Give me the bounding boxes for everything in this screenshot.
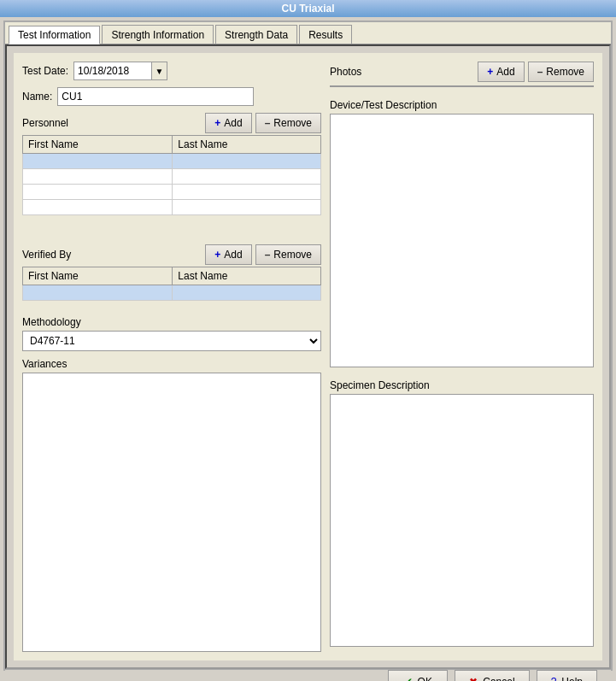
ok-icon: ✔ — [404, 676, 413, 681]
device-test-label: Device/Test Description — [330, 99, 594, 111]
photos-header: Photos + Add – Remove — [330, 62, 594, 82]
photos-section: Photos + Add – Remove — [330, 62, 594, 87]
verified-table-wrap[interactable]: First Name Last Name — [22, 267, 321, 309]
personnel-header: Personnel + Add – Remove — [22, 113, 321, 133]
table-row[interactable] — [23, 169, 321, 185]
methodology-label: Methodology — [22, 316, 321, 328]
photos-label: Photos — [330, 66, 361, 78]
tab-results[interactable]: Results — [299, 25, 352, 44]
plus-icon: + — [487, 66, 493, 78]
ok-label: OK — [418, 676, 432, 681]
tab-strength-information[interactable]: Strength Information — [102, 25, 214, 44]
personnel-col-firstname: First Name — [23, 136, 173, 154]
personnel-firstname-cell[interactable] — [23, 185, 173, 200]
verified-by-label: Verified By — [22, 249, 71, 261]
specimen-desc-textarea[interactable] — [330, 394, 594, 648]
help-label: Help — [561, 676, 583, 681]
right-panel: Photos + Add – Remove — [330, 62, 594, 652]
footer-bar: ✔ OK ✖ Cancel ? Help — [5, 669, 611, 681]
photos-add-button[interactable]: + Add — [478, 62, 524, 82]
specimen-desc-section: Specimen Description — [330, 379, 594, 648]
photos-remove-button[interactable]: – Remove — [528, 62, 594, 82]
verified-lastname-cell[interactable] — [173, 285, 321, 301]
methodology-section: Methodology D4767-11 — [22, 316, 321, 351]
personnel-lastname-cell[interactable] — [173, 200, 321, 215]
photos-content-area — [330, 85, 594, 87]
plus-icon: + — [214, 249, 220, 261]
verified-firstname-cell[interactable] — [23, 285, 173, 301]
help-button[interactable]: ? Help — [537, 670, 597, 681]
verified-by-header: Verified By + Add – Remove — [22, 244, 321, 265]
content-area: Test Date: ▼ Name: Personnel — [14, 53, 602, 660]
personnel-label: Personnel — [22, 117, 68, 129]
verified-table: First Name Last Name — [22, 267, 321, 301]
minus-icon: – — [265, 249, 271, 261]
minus-icon: – — [265, 117, 271, 129]
variances-section: Variances — [22, 358, 321, 652]
title-bar: CU Triaxial — [0, 0, 616, 17]
minus-icon: – — [537, 66, 543, 78]
table-row[interactable] — [23, 285, 321, 301]
verified-col-firstname: First Name — [23, 267, 173, 285]
table-row[interactable] — [23, 185, 321, 200]
tab-strength-data[interactable]: Strength Data — [215, 25, 297, 44]
left-panel: Test Date: ▼ Name: Personnel — [22, 62, 321, 652]
test-date-input-wrap[interactable]: ▼ — [73, 62, 167, 80]
photos-btn-group: + Add – Remove — [478, 62, 594, 82]
personnel-col-lastname: Last Name — [173, 136, 321, 154]
device-test-section: Device/Test Description — [330, 99, 594, 367]
personnel-lastname-cell[interactable] — [173, 154, 321, 169]
cancel-icon: ✖ — [469, 676, 478, 681]
verified-col-lastname: Last Name — [173, 267, 321, 285]
main-panel: Test Date: ▼ Name: Personnel — [5, 44, 611, 669]
device-test-textarea[interactable] — [330, 114, 594, 367]
personnel-add-button[interactable]: + Add — [205, 113, 251, 133]
verified-btn-group: + Add – Remove — [205, 244, 321, 265]
personnel-firstname-cell[interactable] — [23, 200, 173, 215]
variances-label: Variances — [22, 358, 321, 370]
personnel-lastname-cell[interactable] — [173, 169, 321, 185]
personnel-firstname-cell[interactable] — [23, 154, 173, 169]
personnel-table-wrap[interactable]: First Name Last Name — [22, 135, 321, 238]
cancel-button[interactable]: ✖ Cancel — [455, 670, 529, 681]
tab-test-information[interactable]: Test Information — [9, 26, 100, 44]
window-title: CU Triaxial — [281, 3, 334, 15]
personnel-section: Personnel + Add – Remove — [22, 113, 321, 238]
personnel-lastname-cell[interactable] — [173, 185, 321, 200]
personnel-btn-group: + Add – Remove — [205, 113, 321, 133]
ok-button[interactable]: ✔ OK — [388, 670, 448, 681]
name-input[interactable] — [57, 87, 254, 106]
cancel-label: Cancel — [483, 676, 514, 681]
verified-remove-button[interactable]: – Remove — [255, 244, 321, 265]
variances-textarea[interactable] — [22, 373, 321, 652]
date-dropdown-button[interactable]: ▼ — [151, 62, 167, 79]
specimen-desc-label: Specimen Description — [330, 379, 594, 391]
name-row: Name: — [22, 87, 321, 106]
personnel-remove-button[interactable]: – Remove — [255, 113, 321, 133]
verified-by-section: Verified By + Add – Remove — [22, 244, 321, 309]
test-date-label: Test Date: — [22, 65, 68, 77]
table-row[interactable] — [23, 200, 321, 215]
table-row[interactable] — [23, 154, 321, 169]
name-label: Name: — [22, 91, 52, 103]
verified-add-button[interactable]: + Add — [205, 244, 251, 265]
methodology-dropdown[interactable]: D4767-11 — [22, 331, 321, 351]
tabs-bar: Test Information Strength Information St… — [5, 22, 611, 44]
personnel-firstname-cell[interactable] — [23, 169, 173, 185]
test-date-input[interactable] — [74, 62, 151, 79]
plus-icon: + — [214, 117, 220, 129]
personnel-table: First Name Last Name — [22, 135, 321, 215]
help-icon: ? — [551, 676, 557, 681]
test-date-row: Test Date: ▼ — [22, 62, 321, 80]
